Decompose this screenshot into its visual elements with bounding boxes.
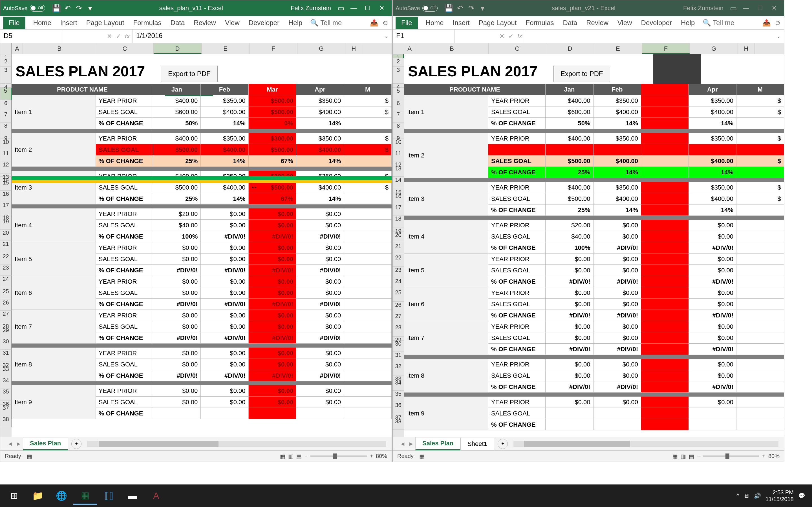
cancel-icon[interactable]: ✕ [499, 33, 504, 40]
more-icon[interactable]: ▾ [85, 3, 96, 14]
row-header-10[interactable]: 10 [393, 139, 404, 150]
value-cell[interactable]: $0.00 [296, 220, 344, 231]
value-cell[interactable]: #DIV/0! [546, 310, 593, 321]
value-cell[interactable]: $ [737, 107, 784, 118]
value-cell[interactable] [641, 265, 689, 276]
redo-icon[interactable]: ↷ [73, 3, 85, 14]
value-cell[interactable]: #DIV/0! [201, 332, 248, 344]
select-all-corner[interactable] [0, 43, 11, 54]
row-header-24[interactable]: 24 [393, 278, 404, 289]
value-cell[interactable] [641, 370, 689, 381]
more-icon[interactable]: ▾ [477, 3, 488, 14]
close-button[interactable]: ✕ [375, 3, 389, 14]
row-header-21[interactable]: 21 [393, 243, 404, 255]
value-cell[interactable] [641, 167, 689, 178]
value-cell[interactable]: #DIV/0! [546, 381, 593, 393]
value-cell[interactable]: $0.00 [296, 310, 344, 321]
value-cell[interactable] [201, 408, 248, 419]
value-cell[interactable]: $400.00 [296, 182, 344, 193]
value-cell[interactable]: #DIV/0! [201, 265, 248, 276]
value-cell[interactable] [737, 118, 784, 129]
fx-icon[interactable]: fx [517, 33, 522, 40]
value-cell[interactable] [344, 220, 392, 231]
value-cell[interactable]: #DIV/0! [153, 332, 200, 344]
col-header-d[interactable]: D [154, 43, 202, 54]
row-header-13[interactable]: 13 [393, 165, 404, 177]
ribbon-options-icon[interactable]: ▭ [335, 3, 347, 14]
row-header-7[interactable]: 7 [0, 111, 11, 122]
row-header-5[interactable]: 5 [393, 88, 404, 100]
row-header-7[interactable]: 7 [393, 111, 404, 122]
ribbon-tab-formulas[interactable]: Formulas [132, 17, 163, 29]
value-cell[interactable] [344, 287, 392, 298]
undo-icon[interactable]: ↶ [455, 3, 466, 14]
value-cell[interactable]: $0.00 [546, 253, 593, 265]
value-cell[interactable]: $400.00 [201, 144, 248, 156]
value-cell[interactable]: $350.00 [689, 95, 736, 107]
minimize-button[interactable]: — [347, 3, 361, 14]
ribbon-tab-developer[interactable]: Developer [640, 17, 673, 29]
col-header-e[interactable]: E [202, 43, 250, 54]
value-cell[interactable] [737, 220, 784, 231]
value-cell[interactable] [641, 359, 689, 370]
vscode-icon[interactable]: ⟦⟧ [97, 487, 121, 505]
sheet-tab-salesplan[interactable]: Sales Plan [23, 437, 68, 450]
row-header-2[interactable]: 2 [0, 58, 11, 67]
value-cell[interactable]: $0.00 [248, 359, 296, 370]
value-cell[interactable] [641, 332, 689, 344]
value-cell[interactable] [344, 370, 392, 381]
row-header-33[interactable]: 33 [393, 376, 404, 379]
row-header-1[interactable]: 1 [0, 54, 11, 58]
value-cell[interactable]: #DIV/0! [593, 242, 641, 253]
col-header-f[interactable]: F [642, 43, 690, 54]
network-icon[interactable]: 🖥 [744, 493, 749, 499]
tell-me-search[interactable]: 🔍 Tell me [310, 19, 342, 27]
view-normal-icon[interactable]: ▦ [280, 453, 285, 460]
item-name-cell[interactable]: Item 1 [12, 95, 96, 129]
user-name[interactable]: Felix Zumstein [291, 4, 331, 12]
value-cell[interactable]: $400.00 [201, 182, 248, 193]
row-header-6[interactable]: 6 [393, 100, 404, 111]
value-cell[interactable]: $ [344, 133, 392, 144]
item-name-cell[interactable]: Item 2 [404, 133, 488, 178]
value-cell[interactable]: $0.00 [296, 209, 344, 220]
horizontal-scrollbar[interactable] [87, 441, 386, 447]
value-cell[interactable]: $0.00 [593, 231, 641, 242]
col-header-c[interactable]: C [489, 43, 546, 54]
value-cell[interactable]: $0.00 [689, 265, 736, 276]
value-cell[interactable]: #DIV/0! [593, 310, 641, 321]
value-cell[interactable] [737, 419, 784, 431]
row-header-37[interactable]: 37 [0, 405, 11, 416]
value-cell[interactable]: $0.00 [593, 298, 641, 310]
tray-expand-icon[interactable]: ^ [737, 493, 739, 499]
value-cell[interactable] [641, 397, 689, 408]
share-icon[interactable]: 📤 [370, 19, 378, 27]
value-cell[interactable] [641, 381, 689, 393]
zoom-out-button[interactable]: − [697, 453, 700, 459]
row-header-31[interactable]: 31 [393, 352, 404, 363]
value-cell[interactable] [641, 408, 689, 419]
row-header-13[interactable]: 13 [0, 174, 11, 177]
ribbon-tab-review[interactable]: Review [193, 17, 217, 29]
row-header-11[interactable]: 11 [393, 150, 404, 161]
add-sheet-button[interactable]: + [498, 439, 508, 449]
row-header-26[interactable]: 26 [0, 299, 11, 311]
value-cell[interactable]: #DIV/0! [593, 276, 641, 287]
value-cell[interactable]: $0.00 [153, 385, 200, 397]
zoom-slider[interactable] [703, 455, 759, 457]
value-cell[interactable] [344, 265, 392, 276]
ribbon-tab-formulas[interactable]: Formulas [525, 17, 555, 29]
value-cell[interactable] [344, 298, 392, 310]
value-cell[interactable] [641, 118, 689, 129]
minimize-button[interactable]: — [739, 3, 753, 14]
value-cell[interactable]: $400.00 [593, 156, 641, 167]
col-header-e[interactable]: E [594, 43, 642, 54]
value-cell[interactable]: $400.00 [201, 107, 248, 118]
item-name-cell[interactable]: Item 6 [404, 287, 488, 321]
value-cell[interactable] [641, 253, 689, 265]
name-box[interactable]: F1 [393, 30, 455, 43]
value-cell[interactable]: $0.00 [248, 310, 296, 321]
value-cell[interactable]: #DIV/0! [153, 298, 200, 310]
value-cell[interactable]: $400.00 [593, 193, 641, 205]
value-cell[interactable]: #DIV/0! [248, 231, 296, 242]
